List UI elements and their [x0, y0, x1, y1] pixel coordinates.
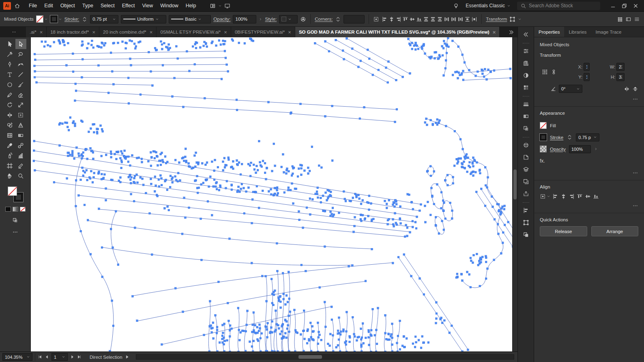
- horizontal-align-right-icon[interactable]: [395, 16, 401, 22]
- arrange-documents-icon[interactable]: [210, 3, 216, 9]
- home-icon[interactable]: [14, 3, 20, 9]
- opacity-options-arrow-icon[interactable]: [259, 17, 262, 21]
- vertical-scrollbar-thumb[interactable]: [513, 169, 517, 199]
- magic-wand-tool[interactable]: [4, 49, 15, 59]
- column-graph-tool[interactable]: [15, 150, 26, 161]
- selection-tool[interactable]: [4, 39, 15, 49]
- align-options-icon[interactable]: [373, 16, 379, 22]
- color-panel-icon[interactable]: [520, 70, 532, 81]
- menu-edit[interactable]: Edit: [41, 3, 57, 9]
- zoom-level-select[interactable]: 104.35%: [2, 353, 32, 361]
- next-artboard-button[interactable]: [70, 355, 75, 359]
- horizontal-align-left-icon[interactable]: [552, 193, 558, 199]
- shape-builder-tool[interactable]: [4, 120, 15, 130]
- transform-icon[interactable]: [509, 16, 515, 22]
- toolbar-grip[interactable]: [0, 27, 26, 37]
- flip-horizontal-button[interactable]: [624, 86, 630, 92]
- document-tab[interactable]: 0BIFESTYPREVIEW.ai*×: [231, 27, 295, 37]
- distribute-vertical-top-icon[interactable]: [423, 16, 429, 22]
- transform-panel-icon[interactable]: [520, 217, 532, 228]
- distribute-spacing-horizontal-icon[interactable]: [471, 16, 477, 22]
- transparency-panel-icon[interactable]: [520, 123, 532, 134]
- horizontal-align-right-icon[interactable]: [569, 193, 575, 199]
- tab-overflow-icon[interactable]: [505, 27, 517, 37]
- appearance-opacity-input[interactable]: [569, 145, 591, 153]
- variable-width-profile-select[interactable]: Uniform: [121, 15, 166, 24]
- x-input[interactable]: [584, 63, 590, 71]
- artboards-panel-icon[interactable]: [520, 176, 532, 187]
- graphic-style-select[interactable]: [279, 15, 298, 24]
- line-segment-tool[interactable]: [15, 69, 26, 79]
- rotate-tool[interactable]: [4, 100, 15, 110]
- vertical-align-middle-icon[interactable]: [409, 16, 415, 22]
- rotation-angle-select[interactable]: 0°: [559, 85, 582, 93]
- appearance-opacity-label[interactable]: Opacity: [550, 147, 566, 152]
- vertical-align-bottom-icon[interactable]: [593, 193, 599, 199]
- fx-label[interactable]: fx.: [540, 158, 545, 164]
- documents-grid-icon[interactable]: [617, 16, 623, 22]
- adobe-stock-search[interactable]: [517, 2, 600, 10]
- vertical-scrollbar[interactable]: [512, 37, 517, 351]
- status-play-icon[interactable]: [125, 355, 129, 359]
- appearance-stroke-weight-select[interactable]: 0.75 p: [576, 133, 599, 141]
- style-label[interactable]: Style:: [265, 17, 277, 21]
- distribute-horizontal-left-icon[interactable]: [444, 16, 450, 22]
- align-to-control[interactable]: [540, 193, 550, 199]
- corners-input[interactable]: [343, 15, 365, 24]
- document-tab[interactable]: 0SMALL ETSY PREVIEW.ai*×: [157, 27, 231, 37]
- document-tab[interactable]: .ai*×: [26, 27, 47, 37]
- paintbrush-tool[interactable]: [15, 79, 26, 90]
- distribute-vertical-center-icon[interactable]: [430, 16, 436, 22]
- panel-tab-image-trace[interactable]: Image Trace: [591, 27, 626, 37]
- menu-window[interactable]: Window: [157, 3, 182, 9]
- symbol-sprayer-tool[interactable]: [4, 150, 15, 161]
- fill-color-indicator[interactable]: [8, 186, 17, 196]
- opacity-input[interactable]: 100%: [233, 15, 256, 24]
- swatches-panel-icon[interactable]: [520, 82, 532, 93]
- corners-label[interactable]: Corners:: [315, 17, 333, 21]
- double-chevron-left-icon[interactable]: [520, 29, 532, 40]
- previous-artboard-button[interactable]: [45, 355, 49, 359]
- transform-more-options[interactable]: [632, 96, 638, 102]
- recolor-artwork-icon[interactable]: [300, 16, 306, 22]
- appearance-fill-swatch[interactable]: [540, 122, 547, 129]
- layers-panel-icon[interactable]: [520, 164, 532, 175]
- document-tab[interactable]: 20 inch combine.dxf*×: [99, 27, 157, 37]
- vertical-align-middle-icon[interactable]: [585, 193, 591, 199]
- canvas[interactable]: [31, 37, 517, 351]
- menu-object[interactable]: Object: [57, 3, 79, 9]
- align-more-options[interactable]: [632, 203, 638, 209]
- none-mode-button[interactable]: [20, 207, 26, 212]
- type-tool[interactable]: [4, 69, 15, 79]
- horizontal-scrollbar[interactable]: [136, 354, 514, 360]
- document-tab[interactable]: SO GOD MAD A FARMER CALI WITH TXT FILLED…: [295, 27, 500, 37]
- appearance-stroke-label[interactable]: Stroke: [550, 135, 563, 140]
- horizontal-align-center-icon[interactable]: [560, 193, 567, 199]
- panel-tab-properties[interactable]: Properties: [534, 27, 564, 37]
- scale-tool[interactable]: [15, 100, 26, 110]
- vertical-align-bottom-icon[interactable]: [416, 16, 422, 22]
- panel-tab-libraries[interactable]: Libraries: [564, 27, 591, 37]
- brush-definition-select[interactable]: Basic: [169, 15, 211, 24]
- opacity-more-arrow-icon[interactable]: [594, 147, 598, 151]
- distribute-horizontal-center-icon[interactable]: [451, 16, 457, 22]
- curvature-tool[interactable]: [15, 59, 26, 69]
- hand-tool[interactable]: [4, 171, 15, 181]
- menu-type[interactable]: Type: [79, 3, 97, 9]
- vertical-align-top-icon[interactable]: [577, 193, 583, 199]
- toolbar-more-icon[interactable]: [12, 229, 18, 235]
- arrange-documents-chevron-icon[interactable]: [218, 4, 222, 8]
- control-panel-menu-icon[interactable]: [634, 16, 640, 22]
- stroke-weight-label[interactable]: Stroke:: [64, 17, 79, 21]
- align-to-selection-icon[interactable]: [540, 193, 546, 199]
- vertical-align-top-icon[interactable]: [402, 16, 408, 22]
- distribute-vertical-bottom-icon[interactable]: [437, 16, 443, 22]
- last-artboard-button[interactable]: [77, 355, 82, 359]
- pen-tool[interactable]: [4, 59, 15, 69]
- graphic-styles-panel-icon[interactable]: [520, 152, 532, 163]
- pathfinder-panel-icon[interactable]: [520, 229, 532, 240]
- w-input[interactable]: [616, 63, 625, 71]
- h-input[interactable]: [616, 73, 625, 81]
- y-input[interactable]: [584, 73, 590, 81]
- libraries-panel-icon[interactable]: [520, 58, 532, 69]
